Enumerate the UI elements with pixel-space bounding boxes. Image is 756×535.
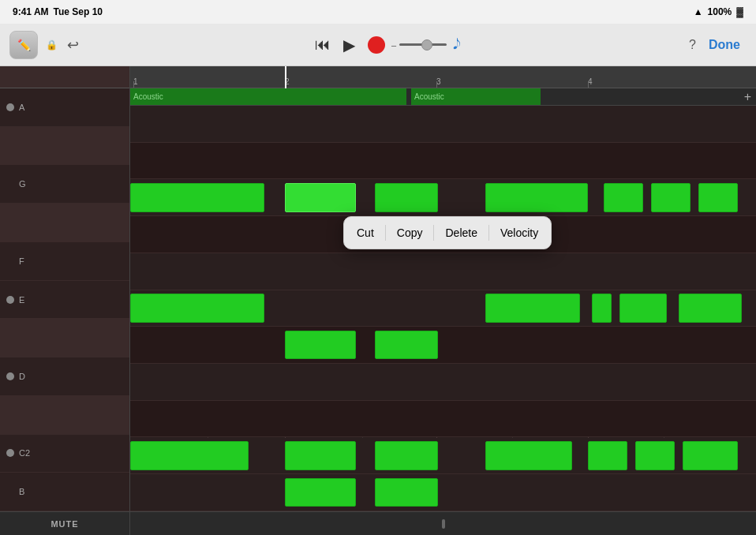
pencil-icon: ✏️ — [17, 39, 31, 51]
region-label-1: Acoustic — [133, 92, 163, 101]
note-b-1[interactable] — [285, 478, 356, 507]
note-e-5[interactable] — [679, 294, 742, 323]
note-c2-2[interactable] — [375, 441, 438, 470]
note-c2-5[interactable] — [635, 441, 675, 470]
volume-control[interactable]: – — [391, 40, 447, 50]
time-display: 9:41 AM — [13, 6, 49, 17]
status-bar: 9:41 AM Tue Sep 10 ▲ 100% ▓ — [0, 0, 756, 24]
mute-track[interactable] — [130, 512, 756, 535]
ctx-cut[interactable]: Cut — [346, 220, 385, 245]
ruler-line-4 — [588, 81, 589, 88]
note-g-1[interactable] — [130, 183, 264, 212]
note-g-4[interactable] — [604, 183, 643, 212]
rewind-button[interactable]: ⏮ — [315, 36, 331, 54]
note-d-1[interactable] — [285, 331, 356, 360]
note-c2-3[interactable] — [485, 441, 572, 470]
playhead — [285, 66, 286, 88]
volume-knob[interactable] — [421, 39, 432, 51]
grid-row-c2 — [130, 438, 756, 475]
ruler: 1 2 3 4 — [130, 66, 756, 88]
context-menu: Cut Copy Delete Velocity — [343, 216, 552, 249]
piano-key-eb[interactable] — [0, 319, 129, 357]
note-c2-4[interactable] — [588, 441, 627, 470]
key-label-b: B — [19, 487, 24, 496]
piano-keys: A G F E D — [0, 88, 129, 511]
grid-row-f — [130, 253, 756, 290]
date-display: Tue Sep 10 — [54, 6, 103, 17]
ctx-velocity[interactable]: Velocity — [489, 220, 549, 245]
mute-label: MUTE — [51, 519, 78, 529]
wifi-icon: ▲ — [694, 6, 703, 17]
add-button[interactable]: + — [744, 90, 751, 104]
volume-slider[interactable] — [399, 43, 447, 46]
note-b-2[interactable] — [375, 478, 438, 507]
key-dot-e — [6, 296, 14, 304]
piano-key-b[interactable]: B — [0, 473, 129, 511]
grid-row-d — [130, 364, 756, 401]
grid-row-e — [130, 290, 756, 327]
lock-icon: 🔒 — [46, 39, 58, 51]
key-dot-d — [6, 372, 14, 380]
transport-controls: ⏮ ▶ — [315, 36, 385, 54]
key-label-e: E — [19, 295, 24, 305]
battery-display: 100% — [708, 6, 732, 17]
grid-row-b — [130, 474, 756, 511]
note-g-3[interactable] — [485, 183, 588, 212]
volume-min-icon: – — [391, 40, 396, 50]
mute-bar: MUTE — [0, 511, 756, 535]
piano-key-db[interactable] — [0, 396, 129, 435]
note-d-2[interactable] — [375, 331, 438, 360]
battery-icon: ▓ — [736, 6, 743, 17]
note-grid[interactable] — [130, 106, 756, 511]
piano-key-a[interactable]: A — [0, 88, 129, 127]
region-label-2: Acoustic — [414, 92, 444, 101]
note-g-6[interactable] — [698, 183, 738, 212]
ctx-delete[interactable]: Delete — [434, 220, 488, 245]
region-acoustic-2[interactable]: Acoustic — [411, 88, 541, 105]
region-acoustic-1[interactable]: Acoustic — [130, 88, 406, 105]
mute-label-area: MUTE — [0, 512, 130, 535]
ruler-line-1 — [133, 81, 134, 88]
mute-scroll-indicator — [442, 519, 445, 529]
key-label-a: A — [19, 103, 24, 112]
status-right: ▲ 100% ▓ — [694, 6, 743, 17]
piano-key-ab[interactable] — [0, 127, 129, 166]
key-dot-c2 — [6, 449, 14, 457]
key-dot-a — [6, 103, 14, 111]
piano-key-gb[interactable] — [0, 204, 129, 242]
pencil-button[interactable]: ✏️ — [9, 31, 38, 59]
grid-row-a — [130, 106, 756, 143]
piano-key-g[interactable]: G — [0, 165, 129, 204]
grid-area: 1 2 3 4 Acoustic Acoustic + — [130, 66, 756, 511]
toolbar: ✏️ 🔒 ↩ ⏮ ▶ – 𝅘𝅥𝅮 ? Done — [0, 24, 756, 66]
done-button[interactable]: Done — [702, 35, 747, 55]
note-e-2[interactable] — [485, 294, 580, 323]
piano-key-d[interactable]: D — [0, 357, 129, 396]
piano-header — [0, 66, 129, 88]
piano-key-f[interactable]: F — [0, 242, 129, 281]
key-label-f: F — [19, 256, 24, 266]
record-button[interactable] — [368, 36, 385, 54]
note-e-4[interactable] — [619, 294, 667, 323]
note-c2-sel[interactable] — [285, 441, 356, 470]
piano-key-e[interactable]: E — [0, 281, 129, 320]
piano-panel: A G F E D — [0, 66, 130, 511]
key-label-d: D — [19, 372, 25, 381]
note-g-5[interactable] — [651, 183, 691, 212]
play-button[interactable]: ▶ — [343, 36, 355, 54]
grid-row-g — [130, 179, 756, 216]
region-bar: Acoustic Acoustic + — [130, 88, 756, 106]
ctx-copy[interactable]: Copy — [386, 220, 434, 245]
note-e-1[interactable] — [130, 294, 264, 323]
note-g-2[interactable] — [375, 183, 438, 212]
undo-button[interactable]: ↩ — [67, 36, 79, 54]
note-e-3[interactable] — [592, 294, 612, 323]
help-button[interactable]: ? — [689, 38, 696, 52]
note-c2-6[interactable] — [683, 441, 738, 470]
key-label-g: G — [19, 179, 26, 189]
grid-row-ab — [130, 143, 756, 180]
piano-key-c2[interactable]: C2 — [0, 435, 129, 473]
note-c2-1[interactable] — [130, 441, 249, 470]
note-g-selected[interactable] — [285, 183, 356, 212]
editor: A G F E D — [0, 66, 756, 511]
